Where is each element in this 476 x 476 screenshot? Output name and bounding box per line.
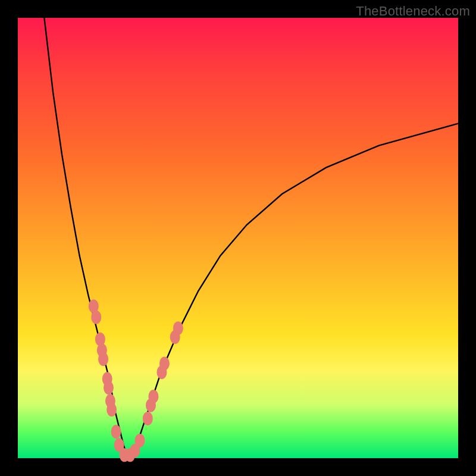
data-dot [134,434,145,447]
data-dot [91,311,101,324]
chart-frame: TheBottleneck.com [0,0,476,476]
plot-area [18,18,458,458]
curve-left-branch [44,18,128,458]
data-dot [104,381,114,394]
data-dot [143,412,153,425]
data-dot [159,356,170,370]
data-dot [107,403,117,416]
data-dot [173,321,183,335]
curve-right-branch [128,124,458,458]
data-dot [98,352,108,366]
curve-layer [18,18,458,458]
data-dot [148,390,158,403]
data-dot [111,425,121,439]
data-dots [89,299,183,462]
watermark-text: TheBottleneck.com [356,4,470,19]
